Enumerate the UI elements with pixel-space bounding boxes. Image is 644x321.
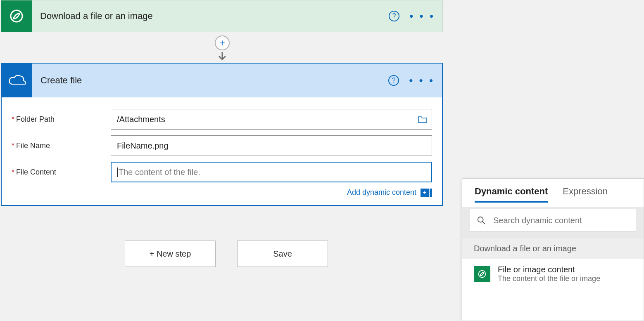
arrow-down-icon	[218, 52, 226, 61]
svg-line-2	[482, 222, 485, 224]
dc-item-file-or-image-content[interactable]: File or image content The content of the…	[462, 259, 644, 289]
search-field[interactable]	[493, 216, 629, 225]
search-input[interactable]	[470, 209, 636, 232]
insert-step-button[interactable]: +	[215, 35, 230, 50]
add-dynamic-content-toggle[interactable]: +	[421, 189, 432, 197]
folder-path-value: /Attachments	[117, 115, 165, 124]
help-icon[interactable]: ?	[389, 11, 399, 21]
tab-expression[interactable]: Expression	[563, 186, 608, 203]
folder-path-label: Folder Path	[16, 115, 55, 123]
more-icon[interactable]: • • •	[409, 78, 435, 83]
action-card-download[interactable]: Download a file or an image ? • • •	[1, 0, 443, 32]
file-content-label: File Content	[16, 168, 56, 176]
dynamic-content-popout: Dynamic content Expression Download a fi…	[462, 178, 644, 321]
svg-point-1	[478, 217, 483, 222]
dc-item-title: File or image content	[498, 265, 600, 274]
file-name-label: File Name	[16, 142, 50, 150]
folder-path-input[interactable]: /Attachments	[111, 109, 432, 130]
help-icon[interactable]: ?	[388, 75, 399, 86]
dc-item-subtitle: The content of the file or image	[498, 274, 600, 283]
create-file-title: Create file	[40, 75, 388, 86]
field-file-content: *File Content The content of the file.	[12, 162, 432, 182]
new-step-button[interactable]: + New step	[125, 241, 216, 267]
file-content-placeholder: The content of the file.	[117, 168, 200, 177]
plus-icon: +	[421, 189, 429, 197]
dataverse-icon	[474, 266, 490, 282]
file-content-input[interactable]: The content of the file.	[111, 162, 432, 182]
search-icon	[477, 216, 486, 225]
action-card-create-file: Create file ? • • • *Folder Path /Attach…	[1, 63, 443, 206]
download-card-title: Download a file or an image	[40, 11, 389, 21]
folder-picker-icon[interactable]	[418, 115, 428, 123]
field-folder-path: *Folder Path /Attachments	[12, 109, 432, 130]
save-button[interactable]: Save	[237, 241, 328, 267]
file-name-input[interactable]: FileName.png	[111, 135, 432, 156]
tab-dynamic-content[interactable]: Dynamic content	[475, 186, 548, 203]
file-name-value: FileName.png	[117, 141, 169, 151]
dataverse-icon	[1, 0, 32, 32]
svg-point-3	[479, 271, 486, 278]
dc-group-label: Download a file or an image	[462, 238, 644, 259]
create-file-header[interactable]: Create file ? • • •	[2, 64, 442, 97]
more-icon[interactable]: • • •	[409, 14, 435, 18]
insert-connector: +	[214, 33, 231, 61]
field-file-name: *File Name FileName.png	[12, 135, 432, 156]
onedrive-icon	[2, 64, 32, 97]
svg-point-0	[11, 10, 22, 22]
add-dynamic-content-link[interactable]: Add dynamic content	[347, 188, 416, 197]
